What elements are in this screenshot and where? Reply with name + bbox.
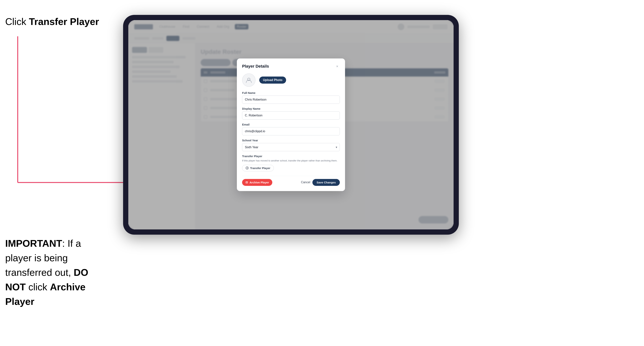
- transfer-player-button[interactable]: Transfer Player: [242, 165, 274, 171]
- full-name-input[interactable]: [242, 96, 340, 104]
- display-name-group: Display Name: [242, 107, 340, 120]
- display-name-label: Display Name: [242, 107, 340, 110]
- archive-icon: [246, 181, 248, 184]
- avatar-circle: [242, 73, 256, 87]
- player-details-modal: Player Details × Upload Photo Full N: [237, 58, 345, 191]
- school-year-select[interactable]: First Year Second Year Third Year Fourth…: [242, 143, 340, 151]
- archive-player-button[interactable]: Archive Player: [242, 179, 272, 186]
- display-name-input[interactable]: [242, 111, 340, 120]
- transfer-section-title: Transfer Player: [242, 155, 340, 158]
- full-name-label: Full Name: [242, 91, 340, 94]
- user-icon: [246, 77, 252, 83]
- school-year-group: School Year First Year Second Year Third…: [242, 139, 340, 151]
- full-name-group: Full Name: [242, 91, 340, 104]
- transfer-player-section: Transfer Player If this player has moved…: [242, 155, 340, 171]
- instruction-text2: click: [26, 282, 50, 292]
- modal-header: Player Details ×: [242, 64, 340, 69]
- transfer-icon: [246, 167, 248, 170]
- school-year-label: School Year: [242, 139, 340, 142]
- tablet-screen: Clubhouse Find Connect Add Org Roster: [128, 20, 454, 229]
- transfer-btn-label: Transfer Player: [250, 167, 270, 170]
- important-label: IMPORTANT: [5, 238, 62, 249]
- save-changes-button[interactable]: Save Changes: [312, 179, 340, 186]
- archive-btn-label: Archive Player: [250, 181, 269, 184]
- email-input[interactable]: [242, 127, 340, 135]
- modal-title: Player Details: [242, 64, 269, 69]
- instruction-bold: Transfer Player: [29, 16, 99, 27]
- transfer-section-desc: If this player has moved to another scho…: [242, 159, 340, 163]
- modal-close-button[interactable]: ×: [334, 64, 340, 69]
- modal-backdrop: Player Details × Upload Photo Full N: [128, 20, 454, 229]
- upload-photo-button[interactable]: Upload Photo: [259, 77, 286, 84]
- instruction-prefix: Click: [5, 16, 29, 27]
- instruction-top: Click Transfer Player: [5, 15, 99, 28]
- school-year-select-wrapper: First Year Second Year Third Year Fourth…: [242, 143, 340, 151]
- tablet-device: Clubhouse Find Connect Add Org Roster: [123, 15, 459, 235]
- email-group: Email: [242, 123, 340, 135]
- cancel-button[interactable]: Cancel: [301, 181, 310, 184]
- photo-section: Upload Photo: [242, 73, 340, 87]
- instruction-bottom: IMPORTANT: If a player is being transfer…: [5, 236, 110, 309]
- email-label: Email: [242, 123, 340, 126]
- modal-footer: Archive Player Cancel Save Changes: [242, 176, 340, 186]
